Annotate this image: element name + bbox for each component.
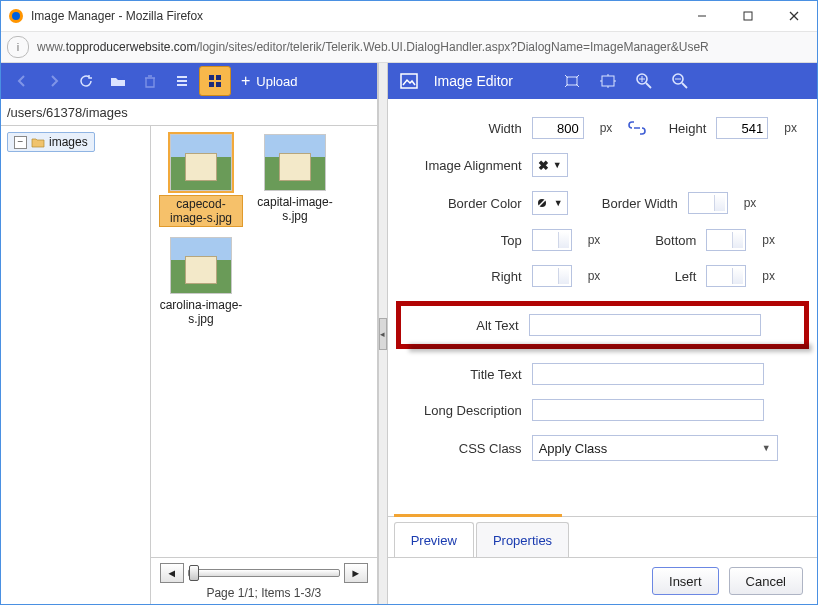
page-prev-button[interactable]: ◄ (160, 563, 184, 583)
thumb-caption: carolina-image-s.jpg (159, 298, 243, 326)
px-label: px (600, 121, 613, 135)
workspace: + Upload /users/61378/images − images (1, 63, 817, 604)
width-label: Width (402, 121, 522, 136)
alt-text-input[interactable] (529, 314, 761, 336)
thumb-image (170, 237, 232, 294)
margin-top-input[interactable] (532, 229, 572, 251)
thumb-caption: capital-image-s.jpg (253, 195, 337, 223)
close-window-button[interactable] (771, 1, 817, 31)
margin-right-input[interactable] (532, 265, 572, 287)
row-alignment: Image Alignment ✖▼ (402, 153, 803, 177)
actual-size-icon[interactable] (597, 70, 619, 92)
tree-node-images[interactable]: − images (7, 132, 95, 152)
plus-icon: + (241, 73, 250, 89)
insert-button[interactable]: Insert (652, 567, 719, 595)
firefox-icon (7, 7, 25, 25)
width-input[interactable] (532, 117, 584, 139)
url-text: www.topproducerwebsite.com/login/sites/e… (37, 40, 811, 54)
margin-bottom-input[interactable] (706, 229, 746, 251)
css-class-select[interactable]: Apply Class ▼ (532, 435, 778, 461)
back-button[interactable] (7, 67, 37, 95)
page-slider[interactable] (188, 569, 340, 577)
app-window: Image Manager - Mozilla Firefox i www.to… (0, 0, 818, 605)
row-dimensions: Width px Height px (402, 117, 803, 139)
path-bar[interactable]: /users/61378/images (1, 99, 377, 126)
right-label: Right (402, 269, 522, 284)
forward-button[interactable] (39, 67, 69, 95)
best-fit-icon[interactable] (561, 70, 583, 92)
file-toolbar: + Upload (1, 63, 377, 99)
upload-label: Upload (256, 74, 297, 89)
folder-tree: − images (1, 126, 151, 604)
splitter-grip-icon[interactable]: ◂ (379, 318, 387, 350)
maximize-button[interactable] (725, 1, 771, 31)
slider-handle[interactable] (189, 565, 199, 581)
title-bar: Image Manager - Mozilla Firefox (1, 1, 817, 32)
row-margin-tb: Top px Bottom px (402, 229, 803, 251)
tab-preview[interactable]: Preview (394, 522, 474, 557)
border-width-input[interactable] (688, 192, 728, 214)
lock-aspect-icon[interactable] (628, 121, 646, 135)
image-editor-icon (398, 70, 420, 92)
margin-left-input[interactable] (706, 265, 746, 287)
bottom-label: Bottom (616, 233, 696, 248)
svg-point-1 (12, 12, 20, 20)
row-alt-text: Alt Text (411, 314, 794, 336)
height-input[interactable] (716, 117, 768, 139)
svg-line-14 (646, 83, 651, 88)
path-text: /users/61378/images (7, 105, 128, 120)
editor-toolbar: Image Editor (388, 63, 817, 99)
collapse-icon[interactable]: − (14, 136, 27, 149)
thumbnail-view-button[interactable] (199, 66, 231, 96)
thumbnails: capecod-image-s.jpg capital-image-s.jpg … (151, 126, 377, 557)
file-thumb[interactable]: carolina-image-s.jpg (159, 237, 243, 326)
chevron-down-icon: ▼ (553, 160, 562, 170)
page-next-button[interactable]: ► (344, 563, 368, 583)
pager-text: Page 1/1; Items 1-3/3 (206, 586, 321, 600)
svg-rect-12 (602, 76, 614, 86)
alt-text-highlight: Alt Text (396, 301, 809, 349)
left-label: Left (616, 269, 696, 284)
file-thumb[interactable]: capecod-image-s.jpg (159, 134, 243, 227)
height-label: Height (656, 121, 706, 136)
border-color-select[interactable]: ▼ (532, 191, 568, 215)
splitter[interactable]: ◂ (378, 63, 388, 604)
chevron-down-icon: ▼ (554, 198, 563, 208)
border-width-label: Border Width (578, 196, 678, 211)
folder-icon (31, 136, 45, 148)
px-label: px (762, 269, 775, 283)
refresh-button[interactable] (71, 67, 101, 95)
px-label: px (744, 196, 757, 210)
delete-button[interactable] (135, 67, 165, 95)
minimize-button[interactable] (679, 1, 725, 31)
file-row: − images capecod-image-s.jpg (1, 126, 377, 604)
px-label: px (762, 233, 775, 247)
thumb-image (264, 134, 326, 191)
svg-rect-11 (567, 77, 577, 85)
row-border: Border Color ▼ Border Width px (402, 191, 803, 215)
cancel-button[interactable]: Cancel (729, 567, 803, 595)
css-class-label: CSS Class (402, 441, 522, 456)
zoom-out-icon[interactable] (669, 70, 691, 92)
list-view-button[interactable] (167, 67, 197, 95)
upload-button[interactable]: + Upload (233, 67, 306, 95)
row-css-class: CSS Class Apply Class ▼ (402, 435, 803, 461)
svg-rect-9 (216, 82, 221, 87)
svg-rect-3 (744, 12, 752, 20)
thumb-caption: capecod-image-s.jpg (159, 195, 243, 227)
title-text-label: Title Text (402, 367, 522, 382)
px-label: px (588, 233, 601, 247)
zoom-in-icon[interactable] (633, 70, 655, 92)
alignment-label: Image Alignment (402, 158, 522, 173)
title-text-input[interactable] (532, 363, 764, 385)
site-info-icon[interactable]: i (7, 36, 29, 58)
address-bar[interactable]: i www.topproducerwebsite.com/login/sites… (1, 32, 817, 63)
editor-title: Image Editor (434, 73, 513, 89)
pager: ◄ ► Page 1/1; Items 1-3/3 (151, 557, 377, 604)
long-desc-input[interactable] (532, 399, 764, 421)
alignment-select[interactable]: ✖▼ (532, 153, 568, 177)
file-thumb[interactable]: capital-image-s.jpg (253, 134, 337, 227)
tab-properties[interactable]: Properties (476, 522, 569, 557)
new-folder-button[interactable] (103, 67, 133, 95)
long-desc-label: Long Description (402, 403, 522, 418)
